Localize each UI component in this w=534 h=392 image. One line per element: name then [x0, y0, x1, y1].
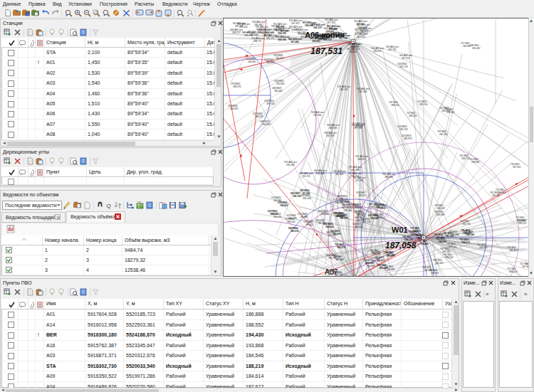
svg-text:187,973: 187,973	[355, 179, 364, 182]
svg-text:185,511: 185,511	[270, 213, 278, 216]
svg-text:186,801: 186,801	[377, 216, 385, 219]
svg-text:188,159: 188,159	[255, 115, 263, 118]
svg-text:184,973: 184,973	[461, 241, 470, 244]
svg-text:188,890: 188,890	[384, 176, 393, 179]
svg-text:187,165: 187,165	[335, 258, 344, 261]
svg-text:187,216: 187,216	[357, 36, 365, 38]
svg-text:186,884: 186,884	[355, 226, 363, 228]
svg-text:184,413: 184,413	[377, 206, 385, 209]
svg-text:185,487: 185,487	[492, 194, 501, 197]
svg-text:186,326: 186,326	[445, 235, 454, 238]
svg-text:185,859: 185,859	[276, 83, 285, 85]
svg-text:184,231: 184,231	[479, 246, 488, 249]
svg-text:187,709: 187,709	[326, 134, 335, 137]
svg-text:186,848: 186,848	[316, 172, 325, 175]
svg-text:A07: A07	[325, 267, 338, 276]
svg-text:186,380: 186,380	[273, 199, 282, 202]
svg-text:187,184: 187,184	[354, 127, 362, 129]
svg-text:186,479: 186,479	[373, 50, 382, 53]
svg-text:187,127: 187,127	[327, 21, 335, 24]
svg-text:184,695: 184,695	[262, 123, 271, 126]
svg-text:184,428: 184,428	[356, 213, 365, 216]
svg-text:187,531: 187,531	[310, 46, 342, 56]
svg-text:185,344: 185,344	[344, 209, 352, 212]
svg-text:186,382: 186,382	[254, 23, 263, 26]
svg-text:188,711: 188,711	[253, 40, 262, 43]
svg-text:188,564: 188,564	[325, 226, 334, 228]
svg-text:186,515: 186,515	[290, 230, 299, 233]
svg-text:W01: W01	[392, 226, 408, 234]
svg-text:185,775: 185,775	[266, 37, 275, 40]
svg-text:185,432: 185,432	[472, 47, 481, 50]
svg-text:184,409: 184,409	[445, 256, 454, 259]
svg-text:185,459: 185,459	[436, 236, 444, 239]
svg-text:186,127: 186,127	[313, 26, 322, 29]
svg-text:186,812: 186,812	[377, 259, 385, 262]
svg-text:185,134: 185,134	[399, 128, 408, 131]
svg-text:184,656: 184,656	[273, 216, 282, 218]
svg-text:185,889: 185,889	[387, 254, 395, 257]
svg-text:187,872: 187,872	[291, 22, 300, 25]
svg-text:184,796: 184,796	[462, 223, 471, 226]
svg-text:187,480: 187,480	[359, 90, 367, 93]
svg-text:186,873: 186,873	[404, 137, 412, 140]
svg-text:188,552: 188,552	[391, 104, 399, 107]
svg-text:184,925: 184,925	[230, 107, 239, 110]
svg-text:184,638: 184,638	[354, 206, 362, 209]
svg-text:186,679: 186,679	[337, 246, 345, 249]
svg-text:187,139: 187,139	[379, 267, 388, 270]
svg-text:184,472: 184,472	[291, 28, 300, 31]
svg-text:185,682: 185,682	[463, 45, 471, 48]
svg-text:184,984: 184,984	[300, 216, 308, 218]
svg-text:184,421: 184,421	[276, 57, 284, 60]
svg-text:188,225: 188,225	[358, 194, 367, 197]
svg-text:185,875: 185,875	[335, 173, 344, 176]
svg-text:185,528: 185,528	[518, 219, 526, 222]
svg-text:186,584: 186,584	[372, 252, 380, 255]
svg-text:188,899: 188,899	[436, 213, 445, 216]
svg-text:187,679: 187,679	[350, 46, 358, 48]
svg-text:188,492: 188,492	[431, 272, 439, 275]
svg-text:185,193: 185,193	[436, 207, 445, 210]
svg-text:187,757: 187,757	[235, 25, 244, 28]
svg-text:185,237: 185,237	[340, 88, 348, 91]
svg-text:186,136: 186,136	[409, 115, 417, 117]
svg-text:187,847: 187,847	[360, 30, 369, 33]
svg-text:186,445: 186,445	[274, 90, 283, 92]
svg-text:187,901: 187,901	[513, 166, 521, 169]
svg-text:187,058: 187,058	[385, 240, 417, 250]
svg-text:185,444: 185,444	[320, 213, 329, 216]
svg-text:184,601: 184,601	[463, 232, 471, 235]
svg-text:184,722: 184,722	[461, 157, 470, 160]
svg-text:187,535: 187,535	[266, 102, 275, 105]
svg-text:188,862: 188,862	[471, 161, 480, 164]
svg-text:184,825: 184,825	[248, 60, 256, 63]
svg-text:187,634: 187,634	[509, 270, 518, 273]
svg-text:188,242: 188,242	[287, 221, 295, 223]
svg-text:186,474: 186,474	[244, 34, 253, 37]
svg-text:188,811: 188,811	[498, 191, 506, 194]
svg-text:184,893: 184,893	[438, 240, 446, 243]
svg-text:186,359: 186,359	[509, 249, 518, 252]
svg-text:187,453: 187,453	[328, 234, 337, 237]
svg-text:Q: Q	[107, 203, 111, 209]
svg-text:186,522: 186,522	[305, 223, 314, 226]
svg-text:187,462: 187,462	[290, 41, 299, 43]
svg-text:184,803: 184,803	[280, 204, 288, 207]
svg-text:185,375: 185,375	[435, 262, 444, 265]
svg-text:184,473: 184,473	[412, 230, 421, 233]
svg-text:185,752: 185,752	[302, 175, 310, 178]
svg-text:186,987: 186,987	[357, 219, 365, 222]
svg-text:187,260: 187,260	[313, 114, 322, 117]
svg-text:184,792: 184,792	[278, 32, 286, 35]
svg-text:184,539: 184,539	[263, 34, 271, 37]
svg-text:188,185: 188,185	[278, 38, 286, 41]
svg-text:187,782: 187,782	[388, 48, 397, 51]
svg-text:184,217: 184,217	[232, 31, 241, 34]
svg-text:185,829: 185,829	[266, 61, 275, 64]
svg-text:188,183: 188,183	[276, 26, 284, 28]
svg-text:188,470: 188,470	[233, 85, 241, 88]
svg-text:184,486: 184,486	[420, 243, 429, 245]
svg-text:184,871: 184,871	[357, 158, 366, 161]
svg-text:185,472: 185,472	[518, 222, 527, 225]
